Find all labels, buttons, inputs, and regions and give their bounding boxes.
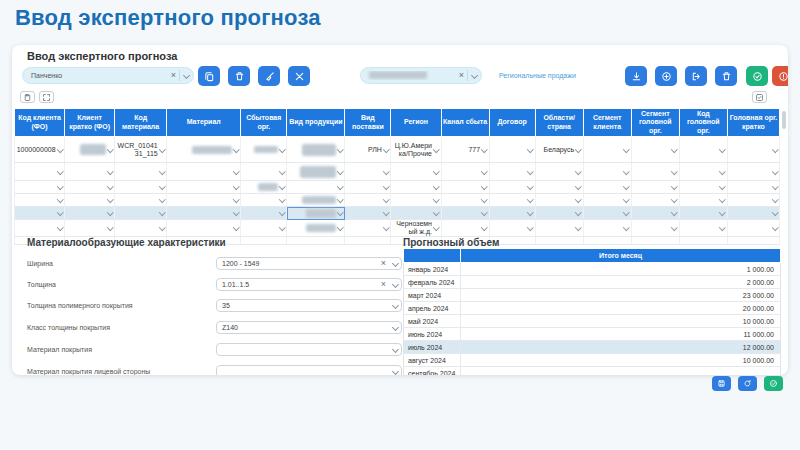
chevron-down-icon[interactable] [671, 146, 677, 152]
grid-cell[interactable] [631, 181, 679, 194]
month-total-value[interactable]: 23 000.00 [461, 289, 781, 302]
chevron-down-icon[interactable] [433, 225, 439, 231]
grid-column-header[interactable]: Сбытовая орг. [241, 109, 287, 137]
chevron-down-icon[interactable] [57, 225, 63, 231]
chevron-down-icon[interactable] [233, 225, 239, 231]
chevron-down-icon[interactable] [623, 146, 629, 152]
chevron-down-icon[interactable] [383, 209, 389, 215]
forecast-row[interactable]: июнь 202411 000.00 [404, 328, 781, 341]
chevron-down-icon[interactable] [383, 146, 389, 152]
grid-cell[interactable] [727, 163, 779, 181]
grid-column-header[interactable]: Области/страна [535, 109, 583, 137]
chevron-down-icon[interactable] [575, 183, 581, 189]
chevron-down-icon[interactable] [383, 225, 389, 231]
chevron-down-icon[interactable] [481, 146, 487, 152]
grid-cell[interactable] [345, 207, 391, 220]
grid-cell[interactable] [287, 220, 345, 237]
grid-cell[interactable] [727, 207, 779, 220]
chevron-down-icon[interactable] [159, 146, 165, 152]
grid-cell[interactable] [241, 137, 287, 163]
grid-cell[interactable] [167, 137, 241, 163]
chevron-down-icon[interactable] [279, 196, 285, 202]
save-button[interactable] [712, 376, 731, 391]
chevron-down-icon[interactable] [481, 168, 487, 174]
chevron-down-icon[interactable] [527, 168, 533, 174]
grid-cell[interactable] [631, 207, 679, 220]
grid-cell[interactable] [535, 194, 583, 207]
chevron-down-icon[interactable] [575, 168, 581, 174]
forecast-row[interactable]: январь 20241 000.00 [404, 263, 781, 276]
grid-cell[interactable] [115, 181, 167, 194]
grid-column-header[interactable]: Сегмент головной орг. [631, 109, 679, 137]
sign-out-button[interactable] [685, 66, 707, 86]
chevron-down-icon[interactable] [279, 183, 285, 189]
copy-button[interactable] [198, 66, 220, 86]
grid-column-header[interactable]: Канал сбыта [441, 109, 489, 137]
grid-cell[interactable] [679, 237, 727, 245]
chevron-down-icon[interactable] [671, 168, 677, 174]
combobox-toggle[interactable] [389, 347, 401, 352]
regional-sales-link[interactable]: Региональные продажи [499, 72, 576, 79]
grid-cell[interactable] [583, 207, 631, 220]
forecast-row[interactable]: август 202410 000.00 [404, 354, 781, 367]
grid-cell[interactable] [535, 220, 583, 237]
grid-cell[interactable] [167, 194, 241, 207]
grid-cell[interactable] [489, 163, 535, 181]
chevron-down-icon[interactable] [671, 196, 677, 202]
chevron-down-icon[interactable] [575, 146, 581, 152]
month-total-value[interactable]: 11 000.00 [461, 328, 781, 341]
grid-cell[interactable]: Черноземный ж.д. [391, 220, 441, 237]
chevron-down-icon[interactable] [433, 196, 439, 202]
chevron-down-icon[interactable] [233, 183, 239, 189]
select-all-button[interactable] [752, 91, 767, 103]
tools-button[interactable] [288, 66, 310, 86]
forecast-row[interactable]: июль 202412 000.00 [404, 341, 781, 354]
field-combobox[interactable]: 35 [216, 299, 402, 312]
grid-cell[interactable] [727, 237, 779, 245]
grid-cell[interactable] [441, 163, 489, 181]
combobox-toggle[interactable] [467, 70, 481, 81]
clear-icon[interactable]: × [456, 71, 467, 80]
chevron-down-icon[interactable] [279, 209, 285, 215]
chevron-down-icon[interactable] [575, 196, 581, 202]
chevron-down-icon[interactable] [719, 168, 725, 174]
chevron-down-icon[interactable] [233, 146, 239, 152]
chevron-down-icon[interactable] [433, 183, 439, 189]
grid-cell[interactable] [489, 137, 535, 163]
grid-cell[interactable] [15, 163, 65, 181]
chevron-down-icon[interactable] [527, 183, 533, 189]
chevron-down-icon[interactable] [433, 146, 439, 152]
grid-column-header[interactable]: Договор [489, 109, 535, 137]
chevron-down-icon[interactable] [623, 209, 629, 215]
chevron-down-icon[interactable] [433, 209, 439, 215]
grid-cell[interactable] [535, 181, 583, 194]
chevron-down-icon[interactable] [57, 196, 63, 202]
field-combobox[interactable]: 1200 - 1549× [216, 257, 402, 270]
chevron-down-icon[interactable] [481, 225, 487, 231]
check-circle-button[interactable] [746, 66, 768, 86]
grid-cell[interactable] [583, 137, 631, 163]
grid-column-header[interactable]: Регион [391, 109, 441, 137]
chevron-down-icon[interactable] [671, 209, 677, 215]
chevron-down-icon[interactable] [107, 146, 113, 152]
grid-cell[interactable] [679, 194, 727, 207]
grid-column-header[interactable]: Вид поставки [345, 109, 391, 137]
chevron-down-icon[interactable] [719, 225, 725, 231]
chevron-down-icon[interactable] [481, 183, 487, 189]
grid-cell[interactable] [345, 237, 391, 245]
chevron-down-icon[interactable] [623, 225, 629, 231]
grid-cell[interactable]: Ц.Ю.Америка/Прочие [391, 137, 441, 163]
grid-cell[interactable] [241, 194, 287, 207]
chevron-down-icon[interactable] [383, 196, 389, 202]
clear-icon[interactable]: × [378, 280, 389, 289]
grid-cell[interactable] [631, 163, 679, 181]
grid-cell[interactable] [583, 220, 631, 237]
grid-cell[interactable] [345, 220, 391, 237]
chevron-down-icon[interactable] [107, 209, 113, 215]
combobox-toggle[interactable] [389, 325, 401, 330]
grid-cell[interactable] [115, 194, 167, 207]
grid-cell[interactable] [65, 163, 115, 181]
grid-column-header[interactable]: Код материала [115, 109, 167, 137]
grid-column-header[interactable]: Клиент кратко (ФО) [65, 109, 115, 137]
month-total-value[interactable]: 20 000.00 [461, 302, 781, 315]
